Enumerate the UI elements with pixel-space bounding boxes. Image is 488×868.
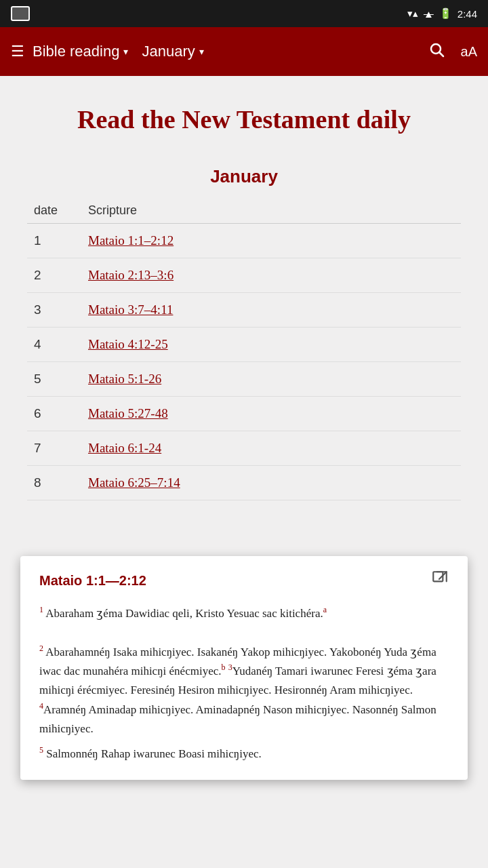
month-dropdown-icon: ▾ — [199, 46, 204, 57]
verse-4-sup: 4 — [39, 701, 43, 711]
header-date: date — [34, 203, 88, 218]
reading-1[interactable]: Mataio 1:1–2:12 — [88, 233, 454, 248]
verse-5-sup: 5 — [39, 745, 43, 755]
svg-line-1 — [439, 53, 443, 57]
font-size-button[interactable]: aA — [461, 44, 477, 60]
table-row: 5 Mataio 5:1-26 — [27, 362, 461, 397]
date-5: 5 — [34, 372, 88, 387]
footnote-a[interactable]: a — [323, 605, 327, 614]
table-row: 4 Mataio 4:12-25 — [27, 328, 461, 362]
date-6: 6 — [34, 406, 88, 421]
date-1: 1 — [34, 233, 88, 248]
reading-8[interactable]: Mataio 6:25–7:14 — [88, 475, 454, 490]
date-2: 2 — [34, 268, 88, 283]
battery-icon: 🔋 — [439, 7, 452, 20]
table-row: 1 Mataio 1:1–2:12 — [27, 224, 461, 258]
scripture-popup: Mataio 1:1—2:12 1 Abaraham ʒéma Dawidiac… — [20, 556, 468, 780]
verse-1-text: Abaraham ʒéma Dawidiac qeli, Kristo Yesu… — [45, 607, 323, 620]
status-bar-left — [11, 6, 30, 21]
external-link-icon[interactable] — [431, 570, 449, 591]
menu-button[interactable]: ☰ — [11, 43, 24, 60]
table-header: date Scripture — [27, 198, 461, 224]
search-icon[interactable] — [428, 41, 445, 62]
table-row: 2 Mataio 2:13–3:6 — [27, 258, 461, 293]
popup-header: Mataio 1:1—2:12 — [39, 570, 449, 591]
toolbar-icons: aA — [428, 41, 477, 62]
popup-title: Mataio 1:1—2:12 — [39, 573, 146, 589]
signal-icon: ▲ — [424, 8, 434, 20]
reading-2[interactable]: Mataio 2:13–3:6 — [88, 268, 454, 283]
table-row: 6 Mataio 5:27-48 — [27, 397, 461, 431]
header-section: Read the New Testament daily — [0, 76, 488, 150]
screenshot-icon — [11, 6, 30, 21]
header-scripture: Scripture — [88, 203, 454, 218]
wifi-icon: ▾▴ — [407, 7, 418, 20]
table-row: 7 Mataio 6:1-24 — [27, 431, 461, 466]
app-title[interactable]: Bible reading ▾ — [33, 43, 128, 60]
reading-table: date Scripture 1 Mataio 1:1–2:12 2 Matai… — [0, 198, 488, 500]
verse-1-sup: 1 — [39, 605, 43, 614]
table-row: 8 Mataio 6:25–7:14 — [27, 466, 461, 500]
reading-7[interactable]: Mataio 6:1-24 — [88, 441, 454, 456]
reading-6[interactable]: Mataio 5:27-48 — [88, 406, 454, 421]
verse-5-text: Salmonnéŋ Rahap iwarunec Boasi mihicŋiye… — [46, 747, 262, 760]
section-month: January — [0, 166, 488, 187]
app-bar: ☰ Bible reading ▾ January ▾ aA — [0, 27, 488, 76]
month-selector[interactable]: January ▾ — [142, 43, 203, 60]
table-row: 3 Mataio 3:7–4:11 — [27, 293, 461, 328]
title-dropdown-icon: ▾ — [123, 46, 128, 57]
status-bar-right: ▾▴ ▲ 🔋 2:44 — [407, 7, 477, 20]
main-title: Read the New Testament daily — [34, 103, 454, 136]
footnote-b[interactable]: b — [221, 663, 225, 672]
status-bar: ▾▴ ▲ 🔋 2:44 — [0, 0, 488, 27]
clock: 2:44 — [458, 8, 477, 20]
main-content: Read the New Testament daily January dat… — [0, 76, 488, 868]
verse-3-sup: 3 — [228, 663, 232, 672]
month-label: January — [142, 43, 195, 60]
popup-body: 1 Abaraham ʒéma Dawidiac qeli, Kristo Ye… — [39, 604, 449, 764]
reading-3[interactable]: Mataio 3:7–4:11 — [88, 302, 454, 317]
date-7: 7 — [34, 441, 88, 456]
app-title-text: Bible reading — [33, 43, 119, 60]
date-3: 3 — [34, 302, 88, 317]
reading-5[interactable]: Mataio 5:1-26 — [88, 372, 454, 387]
verse-2-sup: 2 — [39, 644, 43, 653]
date-8: 8 — [34, 475, 88, 490]
date-4: 4 — [34, 337, 88, 352]
reading-4[interactable]: Mataio 4:12-25 — [88, 337, 454, 352]
